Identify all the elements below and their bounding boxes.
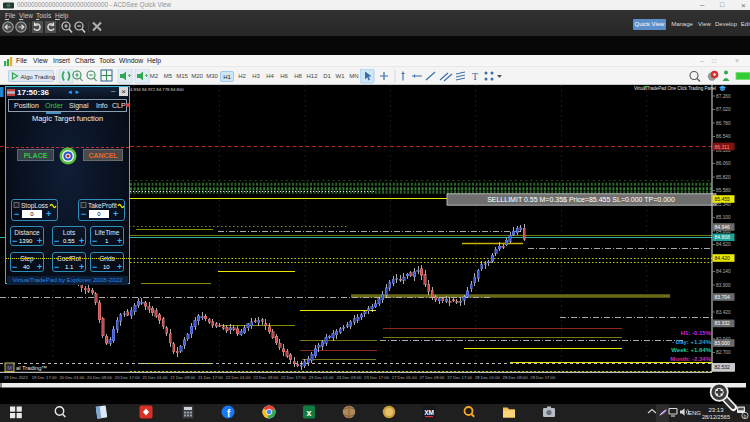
svg-text:84.140: 84.140 — [716, 269, 731, 274]
svg-text:84.620: 84.620 — [716, 242, 731, 247]
svg-text:19 Dec 2022: 19 Dec 2022 — [4, 375, 28, 380]
svg-text:28 Dec 09:00: 28 Dec 09:00 — [503, 375, 529, 380]
svg-text:23 Dec 09:00: 23 Dec 09:00 — [336, 375, 362, 380]
svg-text:Week: +1.64%: Week: +1.64% — [671, 347, 711, 353]
svg-text:85.100: 85.100 — [716, 215, 731, 220]
svg-text:22 Dec 01:00: 22 Dec 01:00 — [226, 375, 252, 380]
svg-text:83.420: 83.420 — [716, 310, 731, 315]
svg-text:M: M — [7, 365, 12, 371]
svg-text:84.420: 84.420 — [715, 255, 731, 261]
svg-text:21 Dec 01:00: 21 Dec 01:00 — [143, 375, 169, 380]
svg-text:87.020: 87.020 — [716, 107, 731, 112]
svg-text:86.311: 86.311 — [715, 144, 730, 150]
svg-text:27 Dec 17:00: 27 Dec 17:00 — [447, 375, 473, 380]
svg-text:T: T — [472, 71, 478, 82]
svg-text:21 Dec 09:00: 21 Dec 09:00 — [170, 375, 196, 380]
svg-text:27 Dec 01:00: 27 Dec 01:00 — [392, 375, 418, 380]
svg-text:85.455: 85.455 — [715, 196, 731, 202]
svg-text:28 Dec 01:00: 28 Dec 01:00 — [475, 375, 501, 380]
svg-text:20 Dec 01:00: 20 Dec 01:00 — [59, 375, 85, 380]
svg-text:83.000: 83.000 — [715, 340, 731, 346]
svg-text:Month: -2.34%: Month: -2.34% — [670, 356, 711, 362]
svg-text:- Day: +1.24%: - Day: +1.24% — [672, 339, 712, 345]
svg-text:87.260: 87.260 — [716, 94, 731, 99]
svg-text:23 Dec 17:00: 23 Dec 17:00 — [364, 375, 390, 380]
svg-text:21 Dec 17:00: 21 Dec 17:00 — [198, 375, 224, 380]
svg-text:23 Dec 01:00: 23 Dec 01:00 — [309, 375, 335, 380]
svg-text:SELLLIMIT 0.55 M=0.35$ Price=8: SELLLIMIT 0.55 M=0.35$ Price=85.455 SL=0… — [487, 196, 675, 203]
svg-text:86.780: 86.780 — [716, 121, 731, 126]
svg-text:85.580: 85.580 — [716, 188, 731, 193]
svg-text:83.704: 83.704 — [715, 294, 731, 300]
svg-text:al Trading™: al Trading™ — [16, 365, 47, 371]
svg-text:83.900: 83.900 — [716, 283, 731, 288]
svg-text:22 Dec 17:00: 22 Dec 17:00 — [281, 375, 307, 380]
svg-text:85.820: 85.820 — [716, 175, 731, 180]
svg-text:XM: XM — [424, 409, 434, 416]
svg-text:19 Dec 17:00: 19 Dec 17:00 — [32, 375, 58, 380]
svg-text:H1: -0.15%: H1: -0.15% — [681, 330, 712, 336]
svg-text:86.060: 86.060 — [716, 161, 731, 166]
svg-text:84.946: 84.946 — [715, 224, 731, 230]
svg-text:27 Dec 09:00: 27 Dec 09:00 — [420, 375, 446, 380]
svg-text:20 Dec 17:00: 20 Dec 17:00 — [115, 375, 141, 380]
svg-text:4.934 84.972 84.778 84.800: 4.934 84.972 84.778 84.800 — [130, 87, 184, 92]
svg-text:83.332: 83.332 — [715, 320, 731, 326]
svg-text:82.700: 82.700 — [716, 350, 731, 355]
svg-text:22 Dec 09:00: 22 Dec 09:00 — [253, 375, 279, 380]
svg-text:20 Dec 09:00: 20 Dec 09:00 — [87, 375, 113, 380]
svg-text:28 Dec 17:00: 28 Dec 17:00 — [530, 375, 556, 380]
svg-text:84.808: 84.808 — [715, 234, 731, 240]
svg-text:86.540: 86.540 — [716, 134, 731, 139]
svg-text:x: x — [306, 408, 311, 418]
